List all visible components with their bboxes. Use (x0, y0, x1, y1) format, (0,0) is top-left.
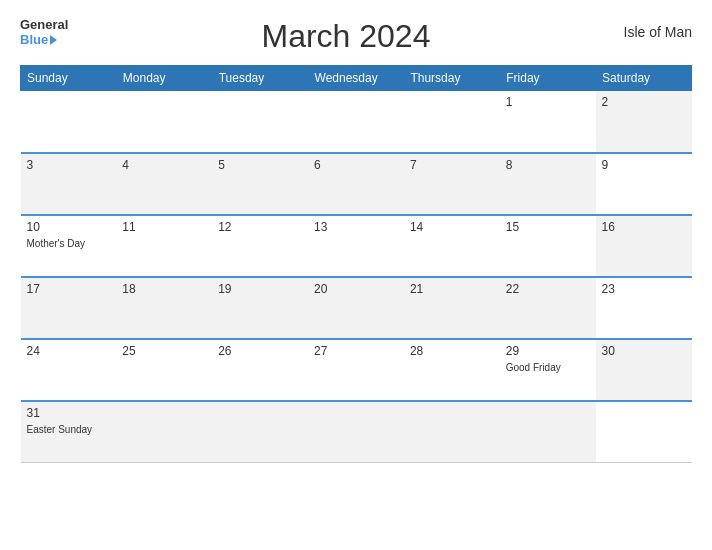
table-row: 16 (596, 215, 692, 277)
table-row (500, 401, 596, 463)
table-row: 13 (308, 215, 404, 277)
table-row (21, 91, 117, 153)
logo-triangle-icon (50, 35, 57, 45)
table-row (212, 91, 308, 153)
col-sunday: Sunday (21, 66, 117, 91)
table-row: 9 (596, 153, 692, 215)
day-event: Mother's Day (27, 238, 86, 249)
calendar-header: Sunday Monday Tuesday Wednesday Thursday… (21, 66, 692, 91)
header: General Blue March 2024 Isle of Man (20, 18, 692, 55)
day-number: 22 (506, 282, 590, 296)
col-friday: Friday (500, 66, 596, 91)
table-row: 30 (596, 339, 692, 401)
table-row: 22 (500, 277, 596, 339)
region-label: Isle of Man (624, 18, 692, 40)
logo-blue-text: Blue (20, 32, 57, 47)
table-row: 4 (116, 153, 212, 215)
day-number: 11 (122, 220, 206, 234)
day-number: 12 (218, 220, 302, 234)
calendar-body: 12345678910Mother's Day11121314151617181… (21, 91, 692, 463)
day-event: Good Friday (506, 362, 561, 373)
day-number: 18 (122, 282, 206, 296)
day-number: 20 (314, 282, 398, 296)
day-number: 8 (506, 158, 590, 172)
calendar-week-5: 242526272829Good Friday30 (21, 339, 692, 401)
col-monday: Monday (116, 66, 212, 91)
day-number: 2 (602, 95, 686, 109)
day-number: 29 (506, 344, 590, 358)
table-row: 23 (596, 277, 692, 339)
day-number: 25 (122, 344, 206, 358)
day-number: 9 (602, 158, 686, 172)
col-tuesday: Tuesday (212, 66, 308, 91)
day-number: 24 (27, 344, 111, 358)
table-row: 3 (21, 153, 117, 215)
day-number: 17 (27, 282, 111, 296)
table-row: 2 (596, 91, 692, 153)
table-row: 5 (212, 153, 308, 215)
table-row (404, 91, 500, 153)
day-number: 6 (314, 158, 398, 172)
table-row (212, 401, 308, 463)
day-number: 15 (506, 220, 590, 234)
table-row: 14 (404, 215, 500, 277)
day-number: 3 (27, 158, 111, 172)
table-row: 29Good Friday (500, 339, 596, 401)
day-number: 26 (218, 344, 302, 358)
table-row: 10Mother's Day (21, 215, 117, 277)
logo: General Blue (20, 18, 68, 47)
calendar-week-6: 31Easter Sunday (21, 401, 692, 463)
day-number: 5 (218, 158, 302, 172)
calendar-week-3: 10Mother's Day111213141516 (21, 215, 692, 277)
day-number: 19 (218, 282, 302, 296)
day-number: 14 (410, 220, 494, 234)
table-row: 20 (308, 277, 404, 339)
table-row: 25 (116, 339, 212, 401)
table-row (116, 401, 212, 463)
day-number: 28 (410, 344, 494, 358)
table-row (308, 401, 404, 463)
day-number: 23 (602, 282, 686, 296)
day-number: 10 (27, 220, 111, 234)
table-row: 18 (116, 277, 212, 339)
table-row: 15 (500, 215, 596, 277)
logo-blue-label: Blue (20, 32, 48, 47)
calendar-week-1: 12 (21, 91, 692, 153)
table-row: 19 (212, 277, 308, 339)
table-row: 11 (116, 215, 212, 277)
table-row: 7 (404, 153, 500, 215)
page: General Blue March 2024 Isle of Man Sund… (0, 0, 712, 550)
calendar-week-4: 17181920212223 (21, 277, 692, 339)
table-row: 24 (21, 339, 117, 401)
table-row (308, 91, 404, 153)
day-number: 30 (602, 344, 686, 358)
col-saturday: Saturday (596, 66, 692, 91)
day-number: 27 (314, 344, 398, 358)
logo-general-text: General (20, 18, 68, 32)
day-number: 31 (27, 406, 111, 420)
table-row: 31Easter Sunday (21, 401, 117, 463)
col-thursday: Thursday (404, 66, 500, 91)
table-row: 12 (212, 215, 308, 277)
table-row (116, 91, 212, 153)
table-row (404, 401, 500, 463)
header-row: Sunday Monday Tuesday Wednesday Thursday… (21, 66, 692, 91)
day-event: Easter Sunday (27, 424, 93, 435)
col-wednesday: Wednesday (308, 66, 404, 91)
calendar-title: March 2024 (68, 18, 623, 55)
day-number: 4 (122, 158, 206, 172)
table-row: 6 (308, 153, 404, 215)
day-number: 13 (314, 220, 398, 234)
table-row: 8 (500, 153, 596, 215)
calendar-week-2: 3456789 (21, 153, 692, 215)
day-number: 1 (506, 95, 590, 109)
table-row: 28 (404, 339, 500, 401)
table-row: 26 (212, 339, 308, 401)
day-number: 21 (410, 282, 494, 296)
table-row: 17 (21, 277, 117, 339)
table-row: 27 (308, 339, 404, 401)
table-row: 1 (500, 91, 596, 153)
table-row: 21 (404, 277, 500, 339)
day-number: 16 (602, 220, 686, 234)
table-row (596, 401, 692, 463)
